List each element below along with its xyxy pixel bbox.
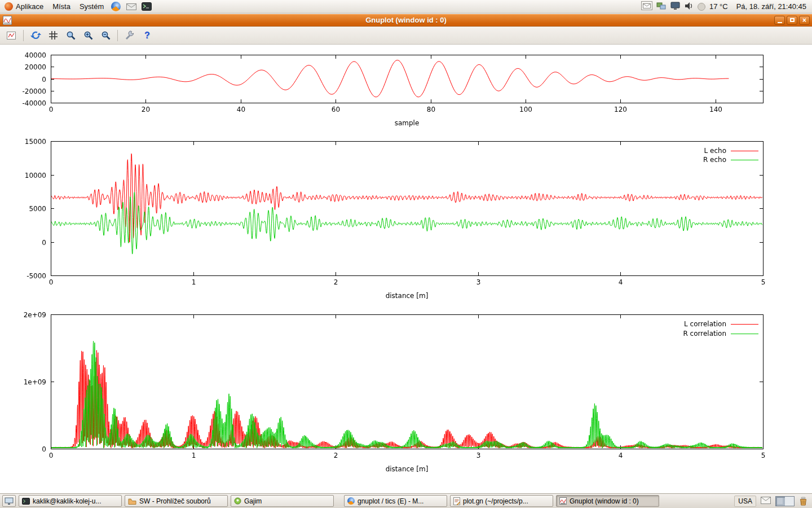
zoom-in-button[interactable] — [80, 28, 96, 43]
task-label: gnuplot / tics (E) - M... — [358, 497, 423, 505]
ubuntu-logo-icon — [5, 2, 13, 11]
keyboard-layout-indicator[interactable]: USA — [734, 496, 756, 507]
toolbar: ? — [0, 27, 812, 45]
task-label: kaklik@kaklik-kolej-u... — [33, 497, 102, 505]
trash-icon[interactable] — [799, 497, 807, 506]
terminal-icon — [22, 498, 30, 505]
toolbar-separator — [23, 30, 24, 41]
menu-system[interactable]: Systém — [75, 0, 108, 14]
workspace-switcher[interactable] — [775, 496, 795, 506]
clock-label[interactable]: Pá, 18. září, 21:40:45 — [732, 2, 806, 11]
refresh-button[interactable] — [28, 28, 43, 43]
help-button[interactable]: ? — [139, 28, 155, 43]
zoom-out-button[interactable] — [98, 28, 113, 43]
gnuplot-window: Gnuplot (window id : 0) × — [0, 14, 812, 493]
task-label: Gnuplot (window id : 0) — [570, 497, 639, 505]
zoom-back-button[interactable] — [63, 28, 78, 43]
menu-applications-label: Aplikace — [16, 2, 43, 11]
toolbar-separator-2 — [117, 30, 118, 41]
mail-launcher-icon[interactable] — [126, 1, 136, 12]
network-icon[interactable] — [656, 2, 667, 12]
task-label: SW - Prohlížeč souborů — [139, 497, 211, 505]
task-label: Gajim — [244, 497, 262, 505]
maximize-button[interactable] — [787, 16, 797, 25]
folder-icon — [128, 498, 136, 505]
taskbar: kaklik@kaklik-kolej-u... SW - Prohlížeč … — [0, 493, 812, 508]
task-button-file-browser[interactable]: SW - Prohlížeč souborů — [125, 495, 228, 507]
top-panel: Aplikace Místa Systém — [0, 0, 812, 14]
show-desktop-button[interactable] — [2, 495, 16, 507]
volume-icon[interactable] — [684, 2, 694, 12]
display-icon[interactable] — [670, 2, 680, 12]
gnuplot-icon — [559, 497, 567, 505]
task-button-firefox[interactable]: gnuplot / tics (E) - M... — [344, 495, 447, 507]
task-label: plot.gn (~/projects/p... — [463, 497, 528, 505]
close-button[interactable]: × — [799, 16, 810, 25]
task-button-terminal[interactable]: kaklik@kaklik-kolej-u... — [19, 495, 122, 507]
mail-tray-icon[interactable] — [761, 497, 771, 506]
copy-plot-button[interactable] — [3, 28, 19, 43]
window-controls: × — [774, 16, 810, 25]
menu-places-label: Místa — [52, 2, 70, 11]
workspace-2[interactable] — [785, 497, 794, 506]
task-button-editor[interactable]: plot.gn (~/projects/p... — [450, 495, 553, 507]
window-title: Gnuplot (window id : 0) — [0, 16, 812, 24]
gnuplot-canvas[interactable] — [0, 46, 812, 486]
gnuplot-window-icon — [3, 16, 12, 25]
grid-button[interactable] — [45, 28, 61, 43]
settings-button[interactable] — [122, 28, 138, 43]
titlebar[interactable]: Gnuplot (window id : 0) × — [0, 14, 812, 27]
minimize-button[interactable] — [774, 16, 785, 25]
text-editor-icon — [453, 497, 460, 505]
desktop: Aplikace Místa Systém — [0, 0, 812, 508]
weather-icon[interactable] — [698, 3, 705, 11]
menu-applications[interactable]: Aplikace — [0, 0, 48, 14]
gajim-icon — [234, 497, 241, 505]
menu-system-label: Systém — [80, 2, 104, 11]
terminal-launcher-icon[interactable] — [141, 1, 152, 12]
mail-notifier-icon[interactable] — [641, 1, 652, 12]
temperature-label[interactable]: 17 °C — [709, 2, 728, 11]
plot-area[interactable] — [0, 45, 812, 493]
workspace-1[interactable] — [776, 497, 785, 506]
help-label: ? — [144, 30, 150, 41]
task-button-gnuplot[interactable]: Gnuplot (window id : 0) — [556, 495, 659, 507]
menu-places[interactable]: Místa — [48, 0, 75, 14]
task-button-gajim[interactable]: Gajim — [231, 495, 334, 507]
system-tray: 17 °C Pá, 18. září, 21:40:45 — [641, 1, 812, 12]
firefox-launcher-icon[interactable] — [111, 1, 121, 12]
taskbar-right: USA — [734, 496, 810, 507]
firefox-icon — [347, 497, 355, 505]
